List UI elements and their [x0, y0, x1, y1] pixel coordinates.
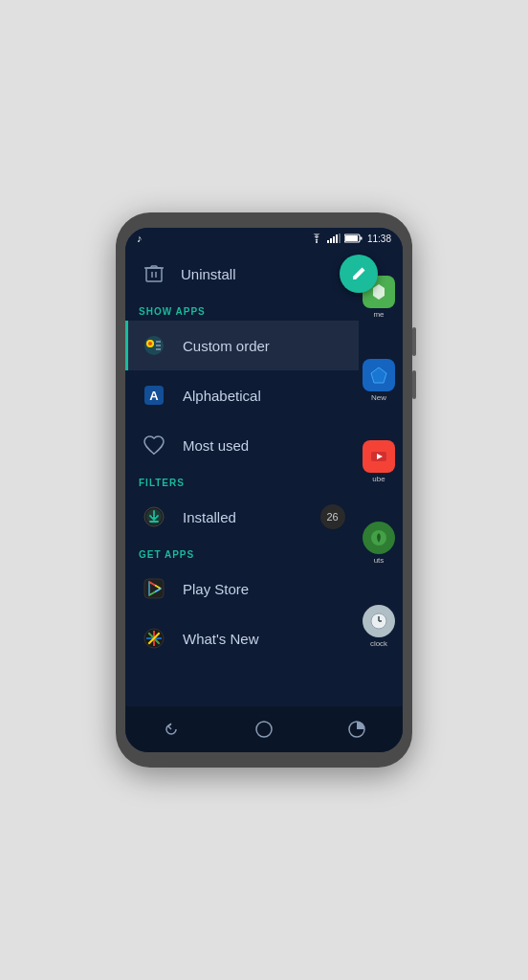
custom-order-icon	[139, 330, 169, 361]
volume-up-button[interactable]	[412, 327, 416, 356]
bg-app-new: New	[355, 359, 403, 402]
background-apps: me New ube	[355, 249, 403, 706]
svg-point-23	[148, 342, 152, 345]
status-left: ♪	[137, 233, 143, 244]
phone-frame: ♪	[116, 212, 412, 768]
status-right: 11:38	[310, 234, 391, 244]
svg-rect-1	[327, 240, 329, 243]
signal-icon	[327, 234, 341, 243]
bg-app-clock-label: clock	[370, 639, 387, 648]
svg-rect-2	[330, 238, 332, 243]
svg-point-0	[316, 241, 318, 243]
most-used-label: Most used	[183, 437, 345, 454]
phone-screen: ♪	[125, 228, 403, 752]
svg-rect-5	[339, 234, 341, 243]
bg-app-clock: clock	[355, 605, 403, 648]
home-button[interactable]	[249, 714, 279, 745]
status-bar: ♪	[125, 228, 403, 249]
section-label-get-apps: GET APPS	[125, 542, 359, 564]
section-label-show-apps: SHOW APPS	[125, 299, 359, 321]
svg-point-40	[256, 722, 272, 737]
svg-rect-17	[146, 268, 162, 281]
bottom-nav	[125, 706, 403, 752]
menu-item-alphabetical[interactable]: A Alphabetical	[125, 370, 359, 420]
back-button[interactable]	[156, 714, 187, 745]
volume-down-button[interactable]	[412, 370, 416, 399]
battery-icon	[344, 234, 363, 243]
whats-new-icon	[139, 623, 169, 654]
play-store-icon	[139, 573, 169, 604]
svg-rect-4	[336, 234, 338, 243]
svg-rect-3	[333, 236, 335, 243]
menu-item-most-used[interactable]: Most used	[125, 420, 359, 470]
menu-item-custom-order[interactable]: Custom order	[125, 321, 359, 370]
svg-rect-7	[345, 235, 358, 241]
wifi-icon	[310, 234, 323, 243]
menu-item-play-store[interactable]: Play Store	[125, 564, 359, 613]
bg-app-uts: uts	[355, 522, 403, 565]
installed-badge: 26	[320, 504, 345, 529]
music-icon: ♪	[137, 233, 143, 244]
slide-menu: Uninstall SHOW APPS	[125, 249, 359, 706]
bg-app-new-label: New	[371, 393, 386, 402]
installed-label: Installed	[183, 509, 307, 525]
uninstall-icon[interactable]	[139, 258, 169, 289]
svg-rect-8	[360, 237, 362, 240]
menu-area: me New ube	[125, 249, 403, 706]
menu-item-installed[interactable]: Installed 26	[125, 492, 359, 542]
installed-icon	[139, 501, 169, 532]
menu-item-whats-new[interactable]: What's New	[125, 613, 359, 663]
custom-order-label: Custom order	[183, 338, 345, 354]
top-action-row: Uninstall	[125, 249, 359, 299]
alphabetical-icon: A	[139, 380, 169, 411]
svg-text:A: A	[149, 389, 159, 403]
alphabetical-label: Alphabetical	[183, 388, 345, 404]
bg-app-me-label: me	[373, 310, 384, 319]
most-used-icon	[139, 430, 169, 460]
whats-new-label: What's New	[183, 631, 345, 647]
bg-app-ube: ube	[355, 440, 403, 483]
play-store-label: Play Store	[183, 581, 345, 597]
bg-app-uts-label: uts	[374, 556, 385, 565]
fab-edit-button[interactable]	[340, 255, 378, 293]
recents-button[interactable]	[341, 714, 372, 745]
section-label-filters: FILTERS	[125, 470, 359, 492]
bg-app-ube-label: ube	[372, 475, 385, 483]
active-indicator	[125, 321, 128, 370]
uninstall-label: Uninstall	[181, 266, 236, 282]
clock: 11:38	[367, 234, 391, 244]
